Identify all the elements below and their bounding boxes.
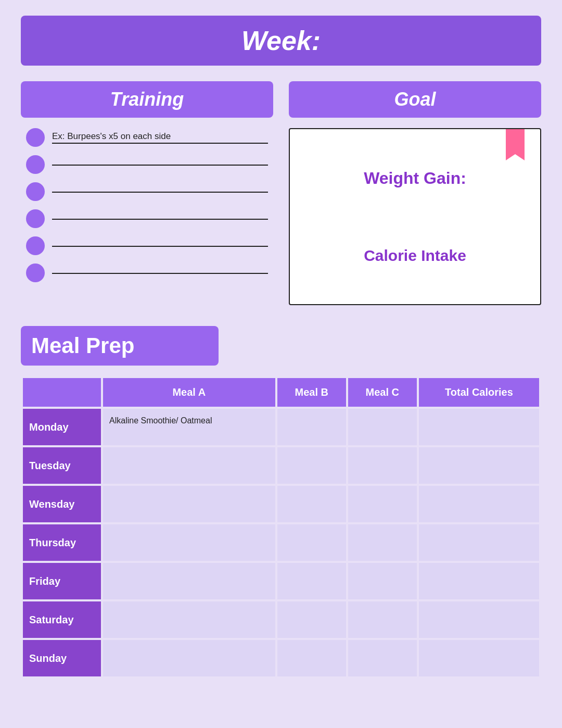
checkbox-3[interactable] — [26, 182, 45, 201]
checkbox-5[interactable] — [26, 236, 45, 255]
cell-wensday-total_calories[interactable] — [419, 486, 539, 522]
table-row: Tuesday — [23, 447, 539, 484]
meal-prep-title: Meal Prep — [31, 333, 208, 358]
cell-thursday-total_calories[interactable] — [419, 524, 539, 561]
cell-saturday-meal_a[interactable] — [103, 601, 275, 638]
table-row: Friday — [23, 563, 539, 599]
training-item-2 — [26, 155, 268, 174]
cell-wensday-meal_c[interactable] — [348, 486, 417, 522]
cell-monday-meal_c[interactable] — [348, 409, 417, 445]
training-text-5[interactable] — [52, 245, 268, 247]
cell-saturday-meal_b[interactable] — [277, 601, 346, 638]
col-header-meal-b: Meal B — [277, 378, 346, 407]
goal-box: Weight Gain: Calorie Intake — [289, 128, 541, 305]
training-text-6[interactable] — [52, 272, 268, 274]
cell-monday-meal_b[interactable] — [277, 409, 346, 445]
calorie-intake-label: Calorie Intake — [364, 247, 466, 265]
day-cell-friday: Friday — [23, 563, 101, 599]
training-item-5 — [26, 236, 268, 255]
col-header-total-calories: Total Calories — [419, 378, 539, 407]
cell-saturday-meal_c[interactable] — [348, 601, 417, 638]
training-item-1: Ex: Burpees's x5 on each side — [26, 128, 268, 147]
cell-tuesday-meal_a[interactable] — [103, 447, 275, 484]
day-cell-wensday: Wensday — [23, 486, 101, 522]
training-title: Training — [21, 89, 273, 110]
col-header-meal-a: Meal A — [103, 378, 275, 407]
table-row: Saturday — [23, 601, 539, 638]
checkbox-6[interactable] — [26, 263, 45, 282]
cell-monday-total_calories[interactable] — [419, 409, 539, 445]
training-item-3 — [26, 182, 268, 201]
cell-tuesday-meal_b[interactable] — [277, 447, 346, 484]
checkbox-4[interactable] — [26, 209, 45, 228]
cell-thursday-meal_a[interactable] — [103, 524, 275, 561]
weight-gain-label: Weight Gain: — [364, 169, 466, 188]
page-header: Week: — [21, 16, 541, 66]
table-row: Thursday — [23, 524, 539, 561]
training-item-4 — [26, 209, 268, 228]
checkbox-2[interactable] — [26, 155, 45, 174]
training-section: Training Ex: Burpees's x5 on each side — [21, 81, 273, 305]
cell-tuesday-total_calories[interactable] — [419, 447, 539, 484]
training-text-1[interactable]: Ex: Burpees's x5 on each side — [52, 131, 268, 144]
top-section: Training Ex: Burpees's x5 on each side — [21, 81, 541, 305]
cell-wensday-meal_a[interactable] — [103, 486, 275, 522]
day-cell-thursday: Thursday — [23, 524, 101, 561]
checkbox-1[interactable] — [26, 128, 45, 147]
cell-friday-meal_c[interactable] — [348, 563, 417, 599]
table-header-row: Meal A Meal B Meal C Total Calories — [23, 378, 539, 407]
cell-friday-total_calories[interactable] — [419, 563, 539, 599]
training-item-6 — [26, 263, 268, 282]
day-cell-saturday: Saturday — [23, 601, 101, 638]
meal-prep-header: Meal Prep — [21, 326, 219, 366]
bookmark-icon — [506, 129, 525, 160]
page-title: Week: — [21, 25, 541, 56]
training-text-4[interactable] — [52, 218, 268, 220]
goal-header: Goal — [289, 81, 541, 118]
cell-thursday-meal_c[interactable] — [348, 524, 417, 561]
training-text-3[interactable] — [52, 191, 268, 193]
cell-monday-meal_a[interactable]: Alkaline Smoothie/ Oatmeal — [103, 409, 275, 445]
training-text-2[interactable] — [52, 164, 268, 166]
table-row: MondayAlkaline Smoothie/ Oatmeal — [23, 409, 539, 445]
cell-sunday-meal_c[interactable] — [348, 640, 417, 676]
col-header-day — [23, 378, 101, 407]
cell-sunday-meal_a[interactable] — [103, 640, 275, 676]
cell-sunday-meal_b[interactable] — [277, 640, 346, 676]
table-row: Wensday — [23, 486, 539, 522]
day-cell-monday: Monday — [23, 409, 101, 445]
cell-friday-meal_b[interactable] — [277, 563, 346, 599]
table-row: Sunday — [23, 640, 539, 676]
meal-table: Meal A Meal B Meal C Total Calories Mond… — [21, 376, 541, 679]
day-cell-tuesday: Tuesday — [23, 447, 101, 484]
cell-saturday-total_calories[interactable] — [419, 601, 539, 638]
cell-wensday-meal_b[interactable] — [277, 486, 346, 522]
training-list: Ex: Burpees's x5 on each side — [21, 128, 273, 282]
meal-prep-section: Meal Prep Meal A Meal B Meal C Total Cal… — [21, 326, 541, 679]
training-header: Training — [21, 81, 273, 118]
col-header-meal-c: Meal C — [348, 378, 417, 407]
cell-friday-meal_a[interactable] — [103, 563, 275, 599]
goal-title: Goal — [289, 89, 541, 110]
day-cell-sunday: Sunday — [23, 640, 101, 676]
goal-section: Goal Weight Gain: Calorie Intake — [289, 81, 541, 305]
cell-sunday-total_calories[interactable] — [419, 640, 539, 676]
cell-tuesday-meal_c[interactable] — [348, 447, 417, 484]
cell-thursday-meal_b[interactable] — [277, 524, 346, 561]
